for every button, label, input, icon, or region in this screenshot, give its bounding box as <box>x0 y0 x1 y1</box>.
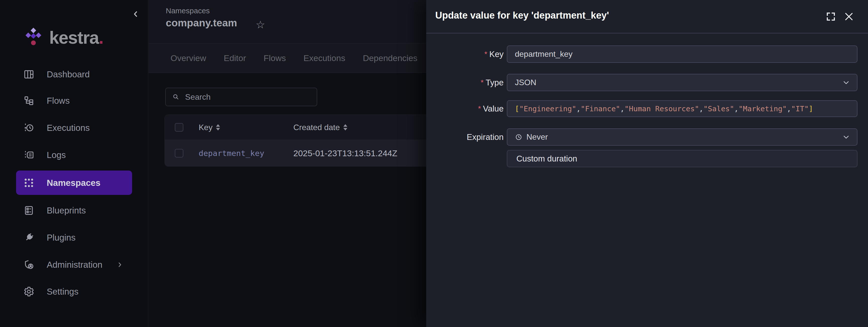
kv-created-date: 2025-01-23T13:13:51.244Z <box>293 148 397 158</box>
field-row-type: *Type JSON <box>426 74 868 91</box>
sidebar-item-settings[interactable]: Settings <box>16 279 132 304</box>
star-icon[interactable]: ☆ <box>256 19 265 31</box>
sidebar: kestra. Dashboard Flows Executions Logs <box>0 0 148 327</box>
sidebar-item-flows[interactable]: Flows <box>16 88 132 113</box>
sidebar-item-administration[interactable]: Administration <box>16 252 132 277</box>
breadcrumb: Namespaces <box>166 6 210 15</box>
value-json-code: ["Engineering","Finance","Human Resource… <box>515 105 813 113</box>
expiration-select[interactable]: Never <box>507 128 858 146</box>
field-row-key: *Key <box>426 46 868 63</box>
sidebar-item-executions[interactable]: Executions <box>16 116 132 140</box>
tab-dependencies[interactable]: Dependencies <box>363 53 417 63</box>
blueprints-icon <box>23 205 35 216</box>
sidebar-item-dashboard[interactable]: Dashboard <box>16 62 132 86</box>
search-box[interactable] <box>165 88 317 106</box>
logs-icon <box>23 149 35 161</box>
select-all-checkbox[interactable] <box>175 123 183 131</box>
key-input-wrapper <box>507 46 858 63</box>
sidebar-item-namespaces[interactable]: Namespaces <box>16 171 132 195</box>
required-marker: * <box>478 104 481 113</box>
search-icon <box>172 93 180 101</box>
expiration-label: Expiration <box>426 132 503 142</box>
page-title: company.team <box>166 17 237 29</box>
clock-icon <box>515 133 522 141</box>
search-input[interactable] <box>185 92 310 102</box>
column-header-created-date[interactable]: Created date <box>293 123 347 132</box>
tab-executions[interactable]: Executions <box>303 53 345 63</box>
kv-table: Key Created date department_key 2025-01-… <box>164 115 456 167</box>
type-select[interactable]: JSON <box>507 74 858 91</box>
modal-header: Update value for key 'department_key' <box>426 0 868 33</box>
kv-table-header: Key Created date <box>165 115 456 140</box>
executions-icon <box>23 122 35 133</box>
required-marker: * <box>481 78 484 86</box>
custom-duration-button[interactable]: Custom duration <box>507 150 858 167</box>
logo-text: kestra <box>49 28 99 48</box>
update-value-modal: Update value for key 'department_key' *K… <box>426 0 868 327</box>
settings-icon <box>23 286 35 297</box>
plugins-icon <box>23 232 35 243</box>
type-label: *Type <box>426 78 503 87</box>
logo-period: . <box>99 28 103 48</box>
administration-icon <box>23 259 35 270</box>
required-marker: * <box>484 50 487 58</box>
tab-editor[interactable]: Editor <box>224 53 246 63</box>
key-input[interactable] <box>515 50 849 59</box>
sort-icon <box>216 124 220 130</box>
chevron-down-icon <box>842 78 850 87</box>
value-label: *Value <box>426 104 503 114</box>
tab-flows[interactable]: Flows <box>264 53 286 63</box>
close-button[interactable] <box>842 9 856 24</box>
kestra-logo-icon <box>23 26 44 49</box>
sort-icon <box>343 124 347 130</box>
field-row-value: *Value ["Engineering","Finance","Human R… <box>426 100 868 117</box>
field-row-expiration: Expiration Never <box>426 128 868 146</box>
expand-button[interactable] <box>824 10 837 23</box>
value-editor[interactable]: ["Engineering","Finance","Human Resource… <box>507 100 858 117</box>
fullscreen-icon <box>826 11 836 22</box>
sidebar-item-blueprints[interactable]: Blueprints <box>16 198 132 222</box>
key-label: *Key <box>426 50 503 59</box>
namespaces-icon <box>23 177 35 189</box>
kv-key-link[interactable]: department_key <box>199 149 264 158</box>
close-icon <box>843 11 855 22</box>
modal-title: Update value for key 'department_key' <box>435 10 609 21</box>
chevron-down-icon <box>842 133 850 141</box>
row-checkbox[interactable] <box>175 149 183 157</box>
table-row[interactable]: department_key 2025-01-23T13:13:51.244Z <box>165 140 456 167</box>
tab-overview[interactable]: Overview <box>170 53 206 63</box>
flows-icon <box>23 95 35 107</box>
submenu-chevron-icon <box>116 261 124 268</box>
dashboard-icon <box>23 68 35 80</box>
collapse-sidebar-button[interactable] <box>131 9 141 19</box>
sidebar-item-plugins[interactable]: Plugins <box>16 225 132 250</box>
column-header-key[interactable]: Key <box>199 123 220 132</box>
sidebar-item-logs[interactable]: Logs <box>16 143 132 167</box>
chevron-left-icon <box>131 9 140 19</box>
kestra-logo[interactable]: kestra. <box>23 26 104 49</box>
